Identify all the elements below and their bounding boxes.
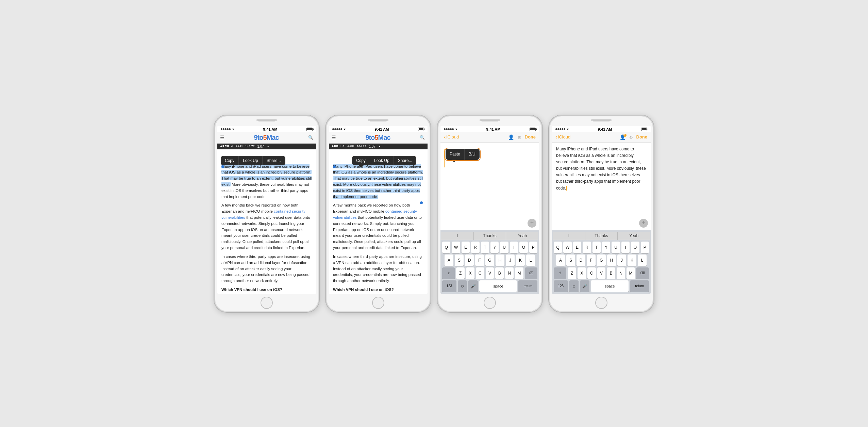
notes-content-3[interactable]: Paste B/U +	[440, 143, 539, 230]
key-o-3[interactable]: O	[519, 242, 528, 253]
suggestion-thanks-3[interactable]: Thanks	[474, 232, 506, 240]
key-r-3[interactable]: R	[471, 242, 479, 253]
key-p-3[interactable]: P	[529, 242, 537, 253]
key-u-3[interactable]: U	[500, 242, 508, 253]
key-emoji-4[interactable]: ☺	[569, 280, 579, 292]
key-q-4[interactable]: Q	[554, 242, 562, 253]
home-button-1[interactable]	[261, 297, 273, 309]
share-button-1[interactable]: Share...	[263, 156, 285, 165]
key-backspace-4[interactable]: ⌫	[636, 267, 649, 279]
share-icon-4[interactable]: ⎋	[630, 134, 632, 140]
done-button-3[interactable]: Done	[525, 134, 536, 139]
notes-back-4[interactable]: ‹ iCloud	[555, 134, 570, 140]
key-c-4[interactable]: C	[587, 267, 596, 279]
lookup-button-1[interactable]: Look Up	[239, 156, 263, 165]
home-button-4[interactable]	[595, 297, 607, 309]
paste-button-3[interactable]: Paste	[446, 149, 465, 160]
key-t-4[interactable]: T	[592, 242, 601, 253]
key-k-4[interactable]: K	[628, 254, 636, 266]
plus-button-4[interactable]: +	[639, 219, 648, 228]
hamburger-icon-2[interactable]: ☰	[332, 135, 336, 140]
copy-button-1[interactable]: Copy	[221, 156, 239, 165]
key-j-3[interactable]: J	[506, 254, 515, 266]
plus-button-3[interactable]: +	[528, 219, 536, 228]
key-emoji-3[interactable]: ☺	[458, 280, 467, 292]
key-d-3[interactable]: D	[465, 254, 474, 266]
key-s-3[interactable]: S	[455, 254, 464, 266]
biu-button-3[interactable]: B/U	[465, 149, 480, 160]
key-i-4[interactable]: I	[621, 242, 630, 253]
key-mic-4[interactable]: 🎤	[580, 280, 589, 292]
suggestion-i-4[interactable]: I	[553, 232, 585, 240]
key-shift-4[interactable]: ⇧	[554, 267, 566, 279]
suggestion-yeah-4[interactable]: Yeah	[618, 232, 650, 240]
person-icon-3[interactable]: 👤	[508, 134, 514, 140]
person-icon-4[interactable]: 👤1	[620, 134, 625, 140]
key-r-4[interactable]: R	[583, 242, 591, 253]
key-t-3[interactable]: T	[481, 242, 489, 253]
key-y-3[interactable]: Y	[490, 242, 499, 253]
key-y-4[interactable]: Y	[602, 242, 610, 253]
suggestion-thanks-4[interactable]: Thanks	[585, 232, 618, 240]
key-g-3[interactable]: G	[485, 254, 494, 266]
key-h-4[interactable]: H	[607, 254, 616, 266]
key-v-3[interactable]: V	[486, 267, 494, 279]
key-u-4[interactable]: U	[612, 242, 620, 253]
key-b-4[interactable]: B	[607, 267, 615, 279]
key-j-4[interactable]: J	[617, 254, 626, 266]
key-shift-3[interactable]: ⇧	[442, 267, 455, 279]
key-n-3[interactable]: N	[505, 267, 514, 279]
key-x-3[interactable]: X	[466, 267, 474, 279]
key-w-4[interactable]: W	[563, 242, 571, 253]
key-e-4[interactable]: E	[573, 242, 581, 253]
notes-back-3[interactable]: ‹ iCloud	[444, 134, 459, 140]
hamburger-icon-1[interactable]: ☰	[220, 135, 224, 140]
suggestion-i-3[interactable]: I	[441, 232, 474, 240]
key-123-3[interactable]: 123	[442, 280, 456, 292]
key-mic-3[interactable]: 🎤	[468, 280, 478, 292]
key-i-3[interactable]: I	[510, 242, 518, 253]
key-b-3[interactable]: B	[495, 267, 504, 279]
notes-content-4[interactable]: Many iPhone and iPad users have come to …	[552, 143, 651, 230]
article-link-2[interactable]: contained security vulnerabilities	[333, 209, 417, 219]
share-button-2[interactable]: Share...	[394, 156, 416, 165]
key-space-4[interactable]: space	[591, 280, 629, 292]
key-z-4[interactable]: Z	[568, 267, 576, 279]
copy-button-2[interactable]: Copy	[352, 156, 370, 165]
key-a-3[interactable]: A	[445, 254, 453, 266]
key-a-4[interactable]: A	[556, 254, 565, 266]
home-button-2[interactable]	[372, 297, 384, 309]
key-h-3[interactable]: H	[496, 254, 504, 266]
share-icon-3[interactable]: ⎋	[518, 134, 521, 140]
key-v-4[interactable]: V	[597, 267, 606, 279]
key-k-3[interactable]: K	[516, 254, 525, 266]
key-m-4[interactable]: M	[627, 267, 635, 279]
key-n-4[interactable]: N	[617, 267, 625, 279]
key-backspace-3[interactable]: ⌫	[525, 267, 537, 279]
key-p-4[interactable]: P	[641, 242, 649, 253]
suggestion-yeah-3[interactable]: Yeah	[506, 232, 538, 240]
key-f-3[interactable]: F	[475, 254, 484, 266]
key-m-3[interactable]: M	[515, 267, 523, 279]
key-e-3[interactable]: E	[462, 242, 470, 253]
key-s-4[interactable]: S	[566, 254, 575, 266]
search-icon-2[interactable]: 🔍	[420, 135, 425, 140]
key-g-4[interactable]: G	[597, 254, 606, 266]
key-l-3[interactable]: L	[526, 254, 535, 266]
article-link-1[interactable]: contained security vulnerabilities	[221, 209, 305, 219]
key-return-3[interactable]: return	[518, 280, 537, 292]
key-space-3[interactable]: space	[479, 280, 517, 292]
key-o-4[interactable]: O	[631, 242, 639, 253]
key-q-3[interactable]: Q	[442, 242, 450, 253]
key-return-4[interactable]: return	[630, 280, 649, 292]
key-d-4[interactable]: D	[577, 254, 585, 266]
home-button-3[interactable]	[484, 297, 496, 309]
key-l-4[interactable]: L	[638, 254, 647, 266]
key-w-3[interactable]: W	[452, 242, 460, 253]
key-z-3[interactable]: Z	[456, 267, 465, 279]
search-icon-1[interactable]: 🔍	[308, 135, 313, 140]
key-123-4[interactable]: 123	[554, 280, 568, 292]
key-f-4[interactable]: F	[587, 254, 596, 266]
key-c-3[interactable]: C	[476, 267, 484, 279]
key-x-4[interactable]: X	[578, 267, 586, 279]
